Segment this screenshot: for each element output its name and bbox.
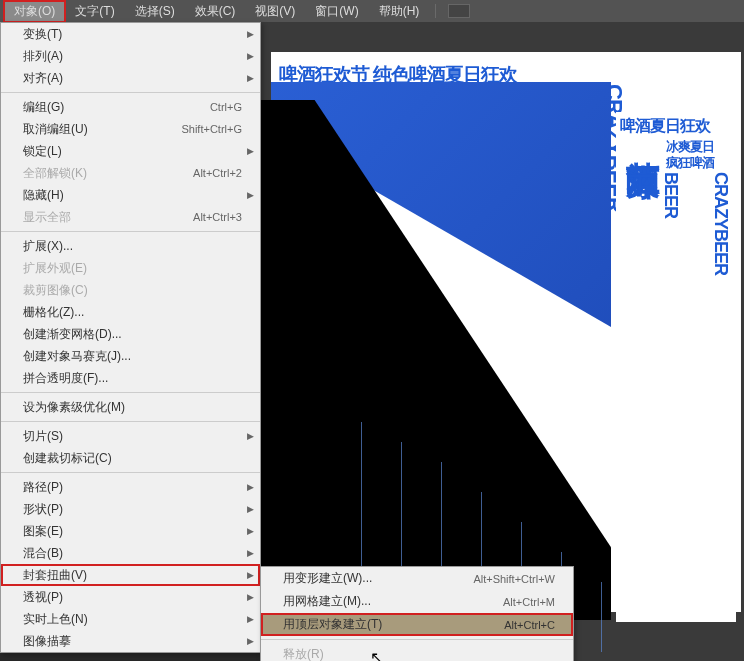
menu-item-shortcut: Alt+Ctrl+M [503, 596, 555, 608]
object-menu-item-26[interactable]: 图案(E)▶ [1, 520, 260, 542]
menu-item-label: 混合(B) [23, 545, 242, 562]
menu-item-label: 编组(G) [23, 99, 210, 116]
submenu-arrow-icon: ▶ [247, 482, 254, 492]
object-menu-item-30[interactable]: 实时上色(N)▶ [1, 608, 260, 630]
menu-item-label: 隐藏(H) [23, 187, 242, 204]
object-menu-item-29[interactable]: 透视(P)▶ [1, 586, 260, 608]
menubar-separator [435, 4, 436, 18]
menu-item-label: 扩展(X)... [23, 238, 242, 255]
envelope-submenu-item-2[interactable]: 用顶层对象建立(T)Alt+Ctrl+C [261, 613, 573, 636]
submenu-arrow-icon: ▶ [247, 190, 254, 200]
object-menu-item-28[interactable]: 封套扭曲(V)▶ [1, 564, 260, 586]
menu-item-label: 对齐(A) [23, 70, 242, 87]
object-menu-item-13: 裁剪图像(C) [1, 279, 260, 301]
menu-item-label: 裁剪图像(C) [23, 282, 242, 299]
object-menu-item-19[interactable]: 设为像素级优化(M) [1, 396, 260, 418]
menu-item-label: 图像描摹 [23, 633, 242, 650]
envelope-distort-submenu: 用变形建立(W)...Alt+Shift+Ctrl+W用网格建立(M)...Al… [260, 566, 574, 661]
menu-item-label: 图案(E) [23, 523, 242, 540]
menu-item-label: 取消编组(U) [23, 121, 181, 138]
menu-item-label: 路径(P) [23, 479, 242, 496]
menu-item-label: 全部解锁(K) [23, 165, 193, 182]
menu-item-label: 形状(P) [23, 501, 242, 518]
menu-item-shortcut: Ctrl+G [210, 101, 242, 113]
side-h1: 啤酒夏日狂欢 [620, 116, 710, 137]
menu-divider [1, 92, 260, 93]
menu-item-shortcut: Alt+Ctrl+3 [193, 211, 242, 223]
menu-item-shortcut: Alt+Ctrl+C [504, 619, 555, 631]
menu-divider [1, 421, 260, 422]
menu-item-shortcut: Shift+Ctrl+G [181, 123, 242, 135]
menu-item-label: 封套扭曲(V) [23, 567, 242, 584]
menu-divider [1, 472, 260, 473]
envelope-submenu-item-1[interactable]: 用网格建立(M)...Alt+Ctrl+M [261, 590, 573, 613]
menu-item-label: 创建渐变网格(D)... [23, 326, 242, 343]
object-menu-item-25[interactable]: 形状(P)▶ [1, 498, 260, 520]
submenu-arrow-icon: ▶ [247, 29, 254, 39]
object-menu-item-5[interactable]: 取消编组(U)Shift+Ctrl+G [1, 118, 260, 140]
envelope-submenu-item-0[interactable]: 用变形建立(W)...Alt+Shift+Ctrl+W [261, 567, 573, 590]
object-menu-item-22[interactable]: 创建裁切标记(C) [1, 447, 260, 469]
object-menu-item-15[interactable]: 创建渐变网格(D)... [1, 323, 260, 345]
menu-item-label: 设为像素级优化(M) [23, 399, 242, 416]
object-menu-item-4[interactable]: 编组(G)Ctrl+G [1, 96, 260, 118]
menu-select[interactable]: 选择(S) [125, 1, 185, 22]
object-menu-item-14[interactable]: 栅格化(Z)... [1, 301, 260, 323]
submenu-arrow-icon: ▶ [247, 73, 254, 83]
menu-item-shortcut: Alt+Shift+Ctrl+W [473, 573, 555, 585]
submenu-arrow-icon: ▶ [247, 636, 254, 646]
object-menu-item-6[interactable]: 锁定(L)▶ [1, 140, 260, 162]
menu-item-label: 创建对象马赛克(J)... [23, 348, 242, 365]
menu-item-label: 排列(A) [23, 48, 242, 65]
submenu-arrow-icon: ▶ [247, 548, 254, 558]
submenu-arrow-icon: ▶ [247, 146, 254, 156]
menu-item-label: 透视(P) [23, 589, 242, 606]
workspace-switcher[interactable] [448, 4, 470, 18]
submenu-arrow-icon: ▶ [247, 504, 254, 514]
submenu-arrow-icon: ▶ [247, 592, 254, 602]
submenu-arrow-icon: ▶ [247, 526, 254, 536]
submenu-arrow-icon: ▶ [247, 614, 254, 624]
object-menu-item-1[interactable]: 排列(A)▶ [1, 45, 260, 67]
object-menu-item-0[interactable]: 变换(T)▶ [1, 23, 260, 45]
object-dropdown-menu: 变换(T)▶排列(A)▶对齐(A)▶编组(G)Ctrl+G取消编组(U)Shif… [0, 22, 261, 653]
submenu-arrow-icon: ▶ [247, 51, 254, 61]
menubar: 对象(O) 文字(T) 选择(S) 效果(C) 视图(V) 窗口(W) 帮助(H… [0, 0, 744, 22]
envelope-submenu-item-4: 释放(R) [261, 643, 573, 661]
object-menu-item-11[interactable]: 扩展(X)... [1, 235, 260, 257]
menu-item-shortcut: Alt+Ctrl+2 [193, 167, 242, 179]
object-menu-item-17[interactable]: 拼合透明度(F)... [1, 367, 260, 389]
object-menu-item-2[interactable]: 对齐(A)▶ [1, 67, 260, 89]
menu-object[interactable]: 对象(O) [4, 1, 65, 22]
object-menu-item-31[interactable]: 图像描摹▶ [1, 630, 260, 652]
menu-item-label: 拼合透明度(F)... [23, 370, 242, 387]
menu-item-label: 栅格化(Z)... [23, 304, 242, 321]
menu-effect[interactable]: 效果(C) [185, 1, 246, 22]
side-artboard: 啤酒夏日狂欢 冰爽夏日 疯狂啤酒 冰爽啤酒节 BEER CRAZYBEER [616, 112, 736, 622]
menu-item-label: 用顶层对象建立(T) [283, 616, 504, 633]
menu-item-label: 用变形建立(W)... [283, 570, 473, 587]
object-menu-item-21[interactable]: 切片(S)▶ [1, 425, 260, 447]
submenu-arrow-icon: ▶ [247, 570, 254, 580]
object-menu-item-8[interactable]: 隐藏(H)▶ [1, 184, 260, 206]
object-menu-item-7: 全部解锁(K)Alt+Ctrl+2 [1, 162, 260, 184]
side-v2: CRAZYBEER [710, 172, 731, 275]
side-v3: BEER [660, 172, 681, 218]
menu-help[interactable]: 帮助(H) [369, 1, 430, 22]
menu-item-label: 实时上色(N) [23, 611, 242, 628]
menu-view[interactable]: 视图(V) [245, 1, 305, 22]
object-menu-item-9: 显示全部Alt+Ctrl+3 [1, 206, 260, 228]
object-menu-item-24[interactable]: 路径(P)▶ [1, 476, 260, 498]
menu-type[interactable]: 文字(T) [65, 1, 124, 22]
menu-item-label: 扩展外观(E) [23, 260, 242, 277]
menu-divider [261, 639, 573, 640]
menu-item-label: 释放(R) [283, 646, 555, 661]
submenu-arrow-icon: ▶ [247, 431, 254, 441]
menu-item-label: 显示全部 [23, 209, 193, 226]
object-menu-item-27[interactable]: 混合(B)▶ [1, 542, 260, 564]
menu-item-label: 变换(T) [23, 26, 242, 43]
menu-window[interactable]: 窗口(W) [305, 1, 368, 22]
object-menu-item-16[interactable]: 创建对象马赛克(J)... [1, 345, 260, 367]
object-menu-item-12: 扩展外观(E) [1, 257, 260, 279]
side-h3: 疯狂啤酒 [666, 154, 714, 172]
